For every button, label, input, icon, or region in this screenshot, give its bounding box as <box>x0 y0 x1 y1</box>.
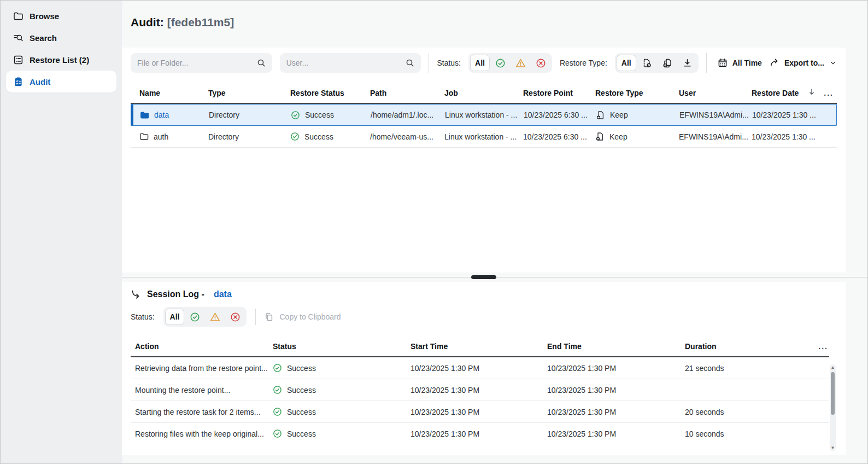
status-all-button[interactable]: All <box>470 55 490 71</box>
session-log-row[interactable]: Retrieving data from the restore point..… <box>131 357 829 379</box>
restore-status-cell: Success <box>290 132 370 141</box>
folder-icon <box>13 11 24 21</box>
column-header-type[interactable]: Type <box>208 89 290 97</box>
column-header-restore-date[interactable]: Restore Date <box>752 88 815 97</box>
scrollbar-thumb[interactable] <box>831 372 835 415</box>
sort-descending-icon[interactable] <box>808 88 815 97</box>
start-time-cell: 10/23/2025 1:30 PM <box>410 386 547 395</box>
export-button[interactable]: Export to... <box>770 58 837 68</box>
sidebar-item-browse[interactable]: Browse <box>6 5 116 27</box>
restore-overwrite-icon-button[interactable] <box>637 55 656 71</box>
page-title-prefix: Audit: <box>131 16 164 28</box>
time-range-button[interactable]: All Time <box>718 58 762 68</box>
start-time-cell: 10/23/2025 1:30 PM <box>410 408 547 416</box>
document-dashed-badge-icon <box>642 58 652 68</box>
success-icon <box>273 385 282 395</box>
path-cell: /home/adm1/.loc... <box>371 111 445 119</box>
duration-cell: 21 seconds <box>685 364 807 373</box>
success-icon <box>291 111 300 120</box>
audit-panel: Status: All Restore Type: All <box>122 48 846 272</box>
more-columns-icon[interactable]: ... <box>824 89 834 97</box>
restore-list-icon <box>13 55 24 65</box>
log-status-success-button[interactable] <box>185 309 204 325</box>
success-icon <box>495 58 506 68</box>
folder-icon <box>139 132 149 141</box>
action-cell: Starting the restore task for 2 items... <box>131 408 273 416</box>
type-cell: Directory <box>209 111 291 119</box>
column-header-end-time[interactable]: End Time <box>547 342 685 351</box>
column-header-status[interactable]: Status <box>273 342 410 351</box>
restore-point-cell: 10/23/2025 6:30 ... <box>524 111 596 119</box>
success-icon <box>290 132 300 141</box>
session-log-row[interactable]: Restoring files with the keep original..… <box>131 423 829 444</box>
vertical-scrollbar[interactable]: ▲ ▼ <box>830 364 836 451</box>
column-header-duration[interactable]: Duration <box>685 342 807 351</box>
log-status-warning-button[interactable] <box>206 309 225 325</box>
session-log-row[interactable]: Mounting the restore point... Success 10… <box>131 379 829 401</box>
column-header-restore-type[interactable]: Restore Type <box>595 89 679 97</box>
document-copy-badge-icon <box>662 58 672 68</box>
type-cell: Directory <box>208 132 290 141</box>
column-header-path[interactable]: Path <box>370 89 444 97</box>
sidebar-item-restore-list[interactable]: Restore List (2) <box>6 49 116 71</box>
action-cell: Mounting the restore point... <box>131 386 273 395</box>
session-log-title: Session Log -data <box>122 282 846 299</box>
status-cell: Success <box>273 363 410 373</box>
success-icon <box>273 363 282 373</box>
restore-type-filter-label: Restore Type: <box>560 59 607 67</box>
table-row[interactable]: auth Directory Success /home/veeam-us...… <box>131 126 837 148</box>
log-status-all-button[interactable]: All <box>165 309 185 325</box>
item-name-link[interactable]: auth <box>154 132 168 141</box>
status-error-button[interactable] <box>531 55 550 71</box>
sidebar-item-audit[interactable]: Audit <box>6 71 116 92</box>
restore-date-cell: 10/23/2025 1:30 ... <box>752 132 815 141</box>
copy-to-clipboard-button[interactable]: Copy to Clipboard <box>265 312 341 322</box>
splitter-drag-handle[interactable] <box>471 275 496 279</box>
page-title: Audit:[fedeb11m5] <box>131 16 234 29</box>
search-icon <box>257 59 266 67</box>
status-warning-button[interactable] <box>511 55 530 71</box>
restore-point-cell: 10/23/2025 6:30 ... <box>523 132 595 141</box>
column-header-name[interactable]: Name <box>131 89 208 97</box>
sidebar-item-label: Search <box>30 33 57 43</box>
divider <box>706 53 707 73</box>
log-status-error-button[interactable] <box>226 309 245 325</box>
job-cell: Linux workstation - ... <box>444 132 523 141</box>
sidebar-item-label: Browse <box>30 11 59 21</box>
warning-icon <box>515 58 526 68</box>
warning-icon <box>210 312 220 322</box>
duration-cell: 20 seconds <box>685 408 807 416</box>
item-name-link[interactable]: data <box>154 111 169 119</box>
restore-type-filter-group: All <box>615 53 699 73</box>
column-header-start-time[interactable]: Start Time <box>410 342 547 351</box>
search-lines-icon <box>13 33 24 43</box>
restore-type-all-button[interactable]: All <box>617 55 636 71</box>
column-header-restore-status[interactable]: Restore Status <box>290 89 370 97</box>
column-header-job[interactable]: Job <box>444 89 523 97</box>
scroll-up-icon[interactable]: ▲ <box>831 364 835 370</box>
session-log-row[interactable]: Starting the restore task for 2 items...… <box>131 401 829 423</box>
restore-date-cell: 10/23/2025 1:30 ... <box>752 111 816 119</box>
more-columns-icon[interactable]: ... <box>818 342 828 351</box>
user-search-input[interactable] <box>286 59 406 67</box>
error-icon <box>536 58 546 68</box>
column-header-action[interactable]: Action <box>131 342 273 351</box>
action-cell: Retrieving data from the restore point..… <box>131 364 273 373</box>
file-search-input[interactable] <box>137 59 257 67</box>
download-icon-button[interactable] <box>678 55 697 71</box>
sidebar-item-search[interactable]: Search <box>6 27 116 49</box>
session-log-item-name: data <box>214 289 232 299</box>
name-cell: auth <box>131 132 208 141</box>
scroll-down-icon[interactable]: ▼ <box>831 445 835 451</box>
restore-keep-icon-button[interactable] <box>658 55 677 71</box>
table-row[interactable]: data Directory Success /home/adm1/.loc..… <box>131 104 837 126</box>
status-success-button[interactable] <box>491 55 510 71</box>
column-header-restore-point[interactable]: Restore Point <box>523 89 595 97</box>
column-header-user[interactable]: User <box>679 89 752 97</box>
user-cell: EFWINS19A\Admi... <box>679 132 752 141</box>
user-search-box[interactable] <box>280 53 421 73</box>
sidebar: Browse Search Restore List (2) Audit <box>1 1 122 463</box>
log-status-filter-group: All <box>163 307 247 327</box>
audit-table-body: data Directory Success /home/adm1/.loc..… <box>122 104 846 148</box>
file-search-box[interactable] <box>131 53 272 73</box>
